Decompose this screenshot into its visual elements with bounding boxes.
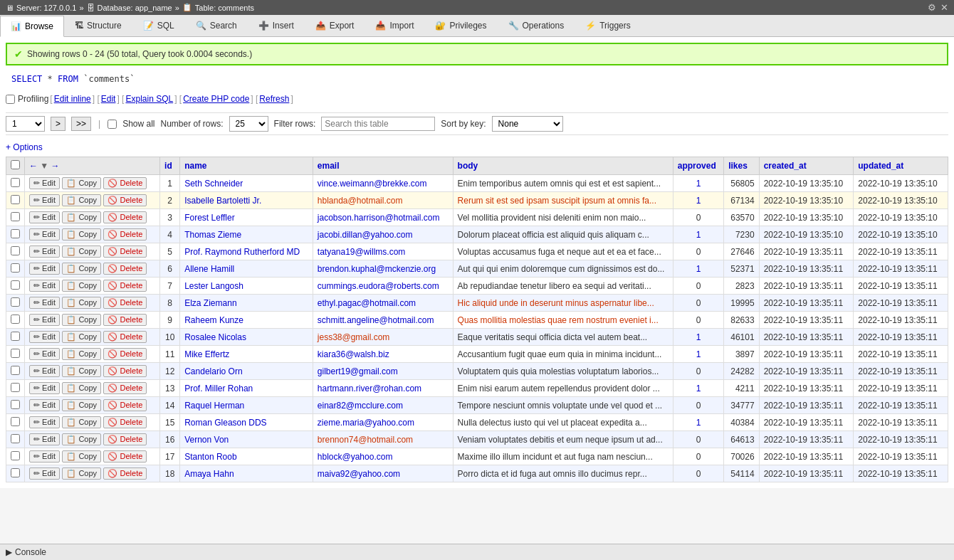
close-icon[interactable]: ✕ [940,2,948,13]
th-likes[interactable]: likes [724,157,759,175]
tab-structure[interactable]: 🏗 Structure [64,15,132,36]
row-checkbox[interactable] [11,451,20,460]
edit-button[interactable]: ✏ Edit [29,365,60,377]
row-email[interactable]: hblock@yahoo.com [313,448,453,465]
row-checkbox[interactable] [11,246,20,255]
explain-sql-link[interactable]: Explain SQL [125,94,173,104]
copy-button[interactable]: 📋 Copy [62,365,101,377]
th-name[interactable]: name [180,157,313,175]
row-email[interactable]: zieme.maria@yahoo.com [313,414,453,431]
tab-browse[interactable]: 📊 Browse [0,16,64,37]
delete-button[interactable]: 🚫 Delete [103,416,147,428]
copy-button[interactable]: 📋 Copy [62,433,101,445]
tab-insert[interactable]: ➕ Insert [248,15,305,36]
refresh-link[interactable]: Refresh [259,94,289,104]
delete-button[interactable]: 🚫 Delete [103,280,147,292]
row-checkbox[interactable] [11,263,20,273]
copy-button[interactable]: 📋 Copy [62,228,101,241]
row-checkbox[interactable] [11,280,20,290]
row-email[interactable]: cummings.eudora@roberts.com [313,278,453,295]
delete-button[interactable]: 🚫 Delete [103,348,147,360]
copy-button[interactable]: 📋 Copy [62,297,101,309]
th-approved[interactable]: approved [673,157,723,175]
tab-operations[interactable]: 🔧 Operations [498,15,575,36]
row-email[interactable]: maiva92@yahoo.com [313,465,453,482]
edit-button[interactable]: ✏ Edit [29,263,60,275]
row-checkbox[interactable] [11,315,20,324]
row-checkbox[interactable] [11,229,20,238]
delete-button[interactable]: 🚫 Delete [103,467,147,480]
delete-button[interactable]: 🚫 Delete [103,177,147,189]
copy-button[interactable]: 📋 Copy [62,399,101,411]
search-input[interactable] [321,117,435,131]
copy-button[interactable]: 📋 Copy [62,280,101,292]
sort-select[interactable]: None [492,116,563,132]
edit-button[interactable]: ✏ Edit [29,314,60,326]
email-link[interactable]: vince.weimann@brekke.com [318,179,427,189]
settings-icon[interactable]: ⚙ [928,2,936,13]
edit-button[interactable]: ✏ Edit [29,297,60,309]
next-page-btn[interactable]: > [51,117,65,131]
row-checkbox[interactable] [11,297,20,307]
email-link[interactable]: maiva92@yahoo.com [318,469,400,479]
edit-button[interactable]: ✏ Edit [29,399,60,411]
delete-button[interactable]: 🚫 Delete [103,382,147,394]
email-link[interactable]: hartmann.river@rohan.com [318,384,421,393]
row-checkbox[interactable] [11,332,20,341]
row-email[interactable]: hartmann.river@rohan.com [313,380,453,397]
email-link[interactable]: zieme.maria@yahoo.com [318,418,414,428]
tab-triggers[interactable]: ⚡ Triggers [575,15,641,36]
row-email[interactable]: gilbert19@gmail.com [313,363,453,380]
copy-button[interactable]: 📋 Copy [62,263,101,275]
th-id[interactable]: id [160,157,180,175]
copy-button[interactable]: 📋 Copy [62,314,101,326]
email-link[interactable]: brendon.kuphal@mckenzie.org [318,264,436,274]
th-updated-at[interactable]: updated_at [854,157,948,175]
th-email[interactable]: email [313,157,453,175]
edit-button[interactable]: ✏ Edit [29,177,60,189]
delete-button[interactable]: 🚫 Delete [103,297,147,309]
copy-button[interactable]: 📋 Copy [62,245,101,258]
last-page-btn[interactable]: >> [71,117,91,131]
row-checkbox[interactable] [11,434,20,443]
email-link[interactable]: gilbert19@gmail.com [318,366,398,376]
row-email[interactable]: ethyl.pagac@hotmail.com [313,295,453,312]
th-actions[interactable]: ← ▼ → [25,157,160,175]
row-checkbox[interactable] [11,178,20,187]
row-email[interactable]: vince.weimann@brekke.com [313,175,453,192]
email-link[interactable]: jacobson.harrison@hotmail.com [318,213,440,223]
copy-button[interactable]: 📋 Copy [62,194,101,206]
copy-button[interactable]: 📋 Copy [62,331,101,343]
select-all-checkbox[interactable] [11,160,20,169]
page-select[interactable]: 1 2 [6,116,45,132]
edit-button[interactable]: ✏ Edit [29,280,60,292]
edit-link[interactable]: Edit [101,94,116,104]
tab-sql[interactable]: 📝 SQL [132,15,185,36]
copy-button[interactable]: 📋 Copy [62,416,101,428]
edit-button[interactable]: ✏ Edit [29,228,60,241]
email-link[interactable]: schmitt.angeline@hotmail.com [318,315,434,325]
tab-privileges[interactable]: 🔐 Privileges [424,15,497,36]
copy-button[interactable]: 📋 Copy [62,450,101,463]
edit-button[interactable]: ✏ Edit [29,194,60,206]
row-checkbox[interactable] [11,195,20,204]
th-body[interactable]: body [453,157,673,175]
row-checkbox[interactable] [11,417,20,426]
row-email[interactable]: einar82@mcclure.com [313,397,453,414]
tab-export[interactable]: 📤 Export [305,15,365,36]
email-link[interactable]: jacobi.dillan@yahoo.com [318,230,413,240]
row-checkbox[interactable] [11,366,20,375]
create-php-link[interactable]: Create PHP code [183,94,249,104]
email-link[interactable]: brennon74@hotmail.com [318,435,413,445]
email-link[interactable]: hblock@yahoo.com [318,452,393,462]
th-created-at[interactable]: created_at [759,157,854,175]
row-email[interactable]: brendon.kuphal@mckenzie.org [313,260,453,278]
copy-button[interactable]: 📋 Copy [62,348,101,360]
edit-button[interactable]: ✏ Edit [29,331,60,343]
delete-button[interactable]: 🚫 Delete [103,314,147,326]
row-email[interactable]: brennon74@hotmail.com [313,431,453,448]
delete-button[interactable]: 🚫 Delete [103,331,147,343]
show-all-checkbox[interactable] [108,120,117,129]
delete-button[interactable]: 🚫 Delete [103,399,147,411]
row-email[interactable]: kiara36@walsh.biz [313,346,453,363]
